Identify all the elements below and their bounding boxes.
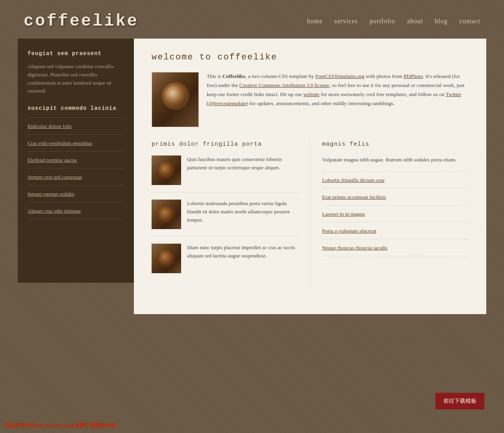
article-text: Quis faucibus mauris quis consectetur lo… (187, 155, 298, 185)
nav-item-services[interactable]: services (334, 18, 358, 25)
coffee-image-small (152, 155, 181, 185)
list-item: Eleifend porttitor auctor (28, 152, 124, 168)
mini-article: Lobortis malesuada penatibus porta variu… (152, 200, 298, 237)
header: coffeelike home services portfolio about… (0, 0, 504, 39)
article-text: Lobortis malesuada penatibus porta variu… (187, 200, 298, 229)
coffee-image-large (152, 72, 199, 127)
watermark-text: 访问四号社区bbs.xienlao.com免费下载更多内容 (4, 422, 116, 429)
sidebar-link[interactable]: Aliquet cras odio tristique (28, 208, 81, 214)
list-item: Cras velit vestibulum penatibus (28, 135, 124, 152)
mini-article: Quis faucibus mauris quis consectetur lo… (152, 155, 298, 192)
nav-item-about[interactable]: about (407, 18, 423, 25)
nav-item-portfolio[interactable]: portfolio (370, 18, 395, 25)
right-column: magnis felis Vulputate magna nibh augue.… (322, 141, 469, 287)
right-link[interactable]: Lobortis fringilla dictum cras (322, 177, 385, 183)
intro-text-2: , a two column CSS template by (245, 73, 315, 79)
list-item: Semper erat sed consequat (28, 168, 124, 185)
main-nav: home services portfolio about blog conta… (307, 18, 480, 25)
two-column-section: primis dolor fringilla porta Quis faucib… (152, 141, 469, 287)
right-link[interactable]: Neque rhoncus rhoncus iaculis (322, 245, 387, 251)
coffee-image-small (152, 200, 181, 229)
list-item: Aliquet cras odio tristique (28, 202, 124, 219)
sidebar-link[interactable]: Semper erat sed consequat (28, 174, 82, 180)
intro-text: This is Coffeelike, a two column CSS tem… (207, 72, 469, 127)
nav-item-contact[interactable]: contact (460, 18, 480, 25)
right-link[interactable]: Laoreet in in magna (322, 211, 365, 217)
coffee-image-small (152, 244, 181, 273)
right-col-heading: magnis felis (322, 141, 469, 148)
intro-text-6: for more awesomely cool free templates, … (319, 91, 446, 97)
mini-article: Diam nunc turpis placerat imperdiet ac c… (152, 244, 298, 280)
article-text: Diam nunc turpis placerat imperdiet ac c… (187, 244, 298, 273)
sidebar-link[interactable]: Ridiculus dolore felis (28, 123, 72, 129)
list-item: Erat primis accumsan facilisis (322, 189, 469, 205)
intro-text-1: This is (207, 73, 222, 79)
list-item: Integer egestas sodales (28, 185, 124, 202)
sidebar-intro-text: Aliquam sed vulputate curabitur convalli… (28, 63, 124, 95)
nav-item-home[interactable]: home (307, 18, 323, 25)
site-logo[interactable]: coffeelike (24, 12, 139, 31)
right-intro-text: Vulputate magna nibh augue. Rutrum nibh … (322, 155, 469, 164)
download-button[interactable]: 前往下载模板 (435, 393, 484, 409)
pdphoto-link[interactable]: PDPhoto (404, 73, 423, 79)
nav-item-blog[interactable]: blog (435, 18, 447, 25)
sidebar-heading-2: suscipit commodo lacinia (28, 105, 124, 111)
main-wrapper: feugiat sem praesent Aliquam sed vulputa… (18, 39, 486, 314)
twitter-handle-link[interactable]: @freecsstemplate (209, 100, 246, 106)
sidebar-link[interactable]: Eleifend porttitor auctor (28, 157, 77, 163)
sidebar-link[interactable]: Integer egestas sodales (28, 191, 74, 197)
intro-block: This is Coffeelike, a two column CSS tem… (152, 72, 469, 127)
right-link[interactable]: Erat primis accumsan facilisis (322, 194, 386, 200)
sidebar-heading-1: feugiat sem praesent (28, 50, 124, 57)
cc-license-link[interactable]: Creative Commons Attribution 3.0 license (239, 82, 329, 88)
right-link[interactable]: Porta a vulputate placerat (322, 228, 376, 234)
main-content: welcome to coffeelike This is Coffeelike… (134, 39, 486, 314)
sidebar-links: Ridiculus dolore felis Cras velit vestib… (28, 117, 124, 219)
intro-text-3: with photos from (364, 73, 404, 79)
sidebar-link[interactable]: Cras velit vestibulum penatibus (28, 140, 92, 146)
list-item: Ridiculus dolore felis (28, 117, 124, 135)
left-col-heading: primis dolor fringilla porta (152, 141, 298, 148)
list-item: Porta a vulputate placerat (322, 222, 469, 239)
list-item: Laoreet in in magna (322, 205, 469, 222)
brand-name: Coffeelike (222, 73, 245, 79)
list-item: Neque rhoncus rhoncus iaculis (322, 239, 469, 256)
website-link[interactable]: website (303, 91, 319, 97)
sidebar: feugiat sem praesent Aliquam sed vulputa… (18, 39, 134, 283)
list-item: Lobortis fringilla dictum cras (322, 171, 469, 189)
intro-text-8: ) for updates, announcements, and other … (246, 100, 395, 106)
freecss-link[interactable]: FreeCSSTemplates.org (315, 73, 364, 79)
right-links-list: Lobortis fringilla dictum cras Erat prim… (322, 171, 469, 256)
twitter-link[interactable]: Twitter (446, 91, 461, 97)
welcome-heading: welcome to coffeelike (152, 52, 469, 62)
left-column: primis dolor fringilla porta Quis faucib… (152, 141, 310, 287)
